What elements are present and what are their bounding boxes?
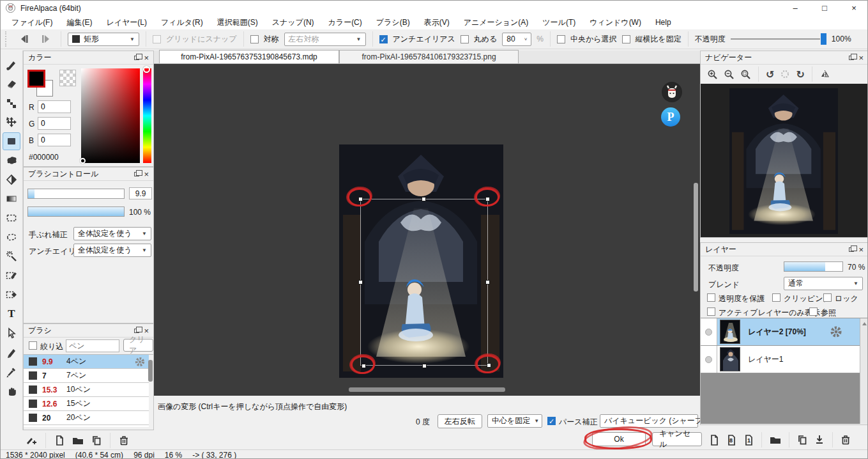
close-button[interactable]: × [839,1,868,15]
brush-row[interactable]: 12.615ペン [24,397,149,411]
layer-visibility-toggle[interactable] [701,346,717,373]
merge-down-button[interactable] [814,434,825,446]
float-panel-icon[interactable] [134,56,139,60]
gear-icon[interactable] [135,357,145,367]
layer-folder-button[interactable] [769,434,782,446]
stabilizer-select[interactable]: 全体設定を使う▼ [73,227,151,240]
close-panel-icon[interactable]: × [144,170,149,178]
eraser-tool[interactable] [3,75,20,93]
close-panel-icon[interactable]: × [144,54,149,62]
transform-handle-mid-left[interactable] [358,280,363,284]
alpaca-mascot-icon[interactable] [662,82,682,102]
saturation-value-picker[interactable] [81,68,140,163]
menu-file[interactable]: ファイル(F) [4,15,59,29]
lock-checkbox[interactable] [823,293,832,302]
brush-size-value[interactable]: 9.9 [129,187,152,199]
canvas-vertical-scrollbar[interactable] [694,183,698,292]
menu-select[interactable]: 選択範囲(S) [210,15,265,29]
tab-inactive-document[interactable]: from-PixAI-1965784106179323715.png [339,50,519,63]
blend-mode-select[interactable]: 通常▼ [784,277,863,290]
maximize-button[interactable]: □ [810,1,839,15]
close-panel-icon[interactable]: × [144,327,149,335]
new-1bit-layer-button[interactable]: 1 [743,434,754,446]
protect-alpha-checkbox[interactable] [707,293,715,302]
toolbar-drag-handle[interactable] [5,31,9,47]
sv-indicator[interactable] [80,158,86,164]
zoom-fit-button[interactable] [740,69,751,80]
active-only-checkbox[interactable] [707,307,715,316]
minimize-button[interactable]: – [780,1,810,15]
fill-polygon-tool[interactable] [3,171,20,189]
layer-row-1[interactable]: レイヤー1 [701,346,860,373]
brush-row[interactable]: 77ペン [24,369,149,383]
brush-row[interactable]: 2020ペン [24,411,149,425]
menu-tool[interactable]: ツール(T) [535,15,582,29]
menu-brush[interactable]: ブラシ(B) [369,15,417,29]
flip-view-button[interactable] [819,69,830,79]
menu-edit[interactable]: 編集(E) [59,15,99,29]
float-panel-icon[interactable] [134,172,139,176]
close-panel-icon[interactable]: × [858,245,864,254]
duplicate-layer-button[interactable] [796,434,808,446]
menu-help[interactable]: Help [648,15,678,29]
grid-snap-checkbox[interactable] [153,35,161,43]
transform-cancel-button[interactable]: キャンセル [652,432,702,446]
brush-tool[interactable] [3,56,20,74]
canvas-horizontal-scrollbar[interactable] [349,387,505,392]
layer-opacity-slider[interactable] [784,261,843,272]
round-checkbox[interactable] [461,35,469,43]
delete-brush-button[interactable] [118,435,130,446]
layer-list-scrollbar[interactable] [860,318,868,424]
close-panel-icon[interactable]: × [858,54,864,62]
brush-folder-button[interactable] [72,435,84,446]
brush-antialias-select[interactable]: 全体設定を使う▼ [73,244,151,257]
select-pen-tool[interactable] [3,267,20,284]
pixai-logo-icon[interactable]: P [661,107,680,127]
float-panel-icon[interactable] [134,329,139,333]
flip-horizontal-button[interactable]: 左右反転 [438,414,482,428]
transform-handle-mid-right[interactable] [485,280,490,284]
menu-filter[interactable]: フィルタ(R) [154,15,210,29]
pen-tool[interactable] [3,343,20,361]
reference-checkbox[interactable] [809,307,818,316]
round-value-select[interactable]: 80 ˅ [502,33,531,46]
menu-view[interactable]: 表示(V) [417,15,457,29]
float-panel-icon[interactable] [849,56,854,60]
new-8bit-layer-button[interactable]: 8 [726,434,737,446]
perspective-checkbox[interactable]: ✓ [547,417,556,425]
layer-visibility-toggle[interactable] [701,318,717,345]
gear-icon[interactable] [830,325,842,338]
select-eraser-tool[interactable] [3,286,20,304]
pivot-select[interactable]: 中心を固定▼ [487,414,542,428]
operation-tool[interactable] [3,324,20,342]
fill-lasso-tool[interactable] [3,152,20,169]
symmetry-mode-select[interactable]: 左右対称 ▼ [284,33,366,46]
clipping-checkbox[interactable] [772,293,780,302]
next-tool-button[interactable] [38,35,54,43]
new-layer-button[interactable] [708,434,720,446]
brush-row[interactable]: 9.94ペン [24,355,149,369]
layer-row-2[interactable]: レイヤー2 [70%] [701,318,860,346]
duplicate-brush-button[interactable] [91,435,102,446]
fill-rect-tool[interactable] [3,132,20,150]
eyedropper-tool[interactable] [3,362,20,380]
interpolation-select[interactable]: バイキュービック (シャープ)▼ [600,414,698,428]
menu-window[interactable]: ウィンドウ(W) [582,15,648,29]
blue-input[interactable] [38,134,71,146]
brush-size-slider[interactable] [27,189,125,199]
rotate-right-button[interactable]: ↻ [796,68,804,81]
brush-opacity-slider[interactable] [27,206,125,217]
symmetry-checkbox[interactable] [250,35,259,43]
tab-active-document[interactable]: from-PixAI-1965763753190845673.mdp [159,50,339,63]
slider-handle[interactable] [821,33,826,45]
green-input[interactable] [38,117,71,130]
from-center-checkbox[interactable] [557,35,565,43]
select-lasso-tool[interactable] [3,228,20,246]
brush-list-scrollbar[interactable] [148,360,153,382]
dot-tool[interactable] [3,94,20,112]
foreground-color-swatch[interactable] [27,70,45,88]
hue-slider[interactable] [143,68,151,163]
menu-snap[interactable]: スナップ(N) [265,15,321,29]
menu-color[interactable]: カラー(C) [321,15,369,29]
hue-indicator[interactable] [143,66,150,73]
